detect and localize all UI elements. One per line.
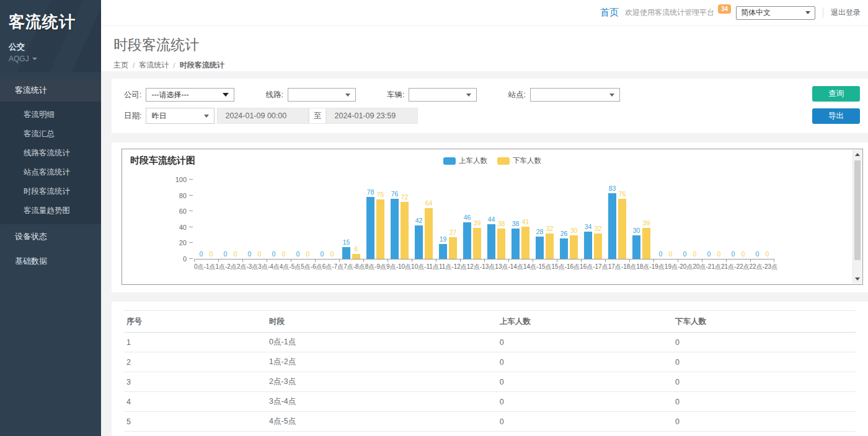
bar-value-label: 44 (488, 216, 495, 223)
x-axis-label: 7点-8点 (343, 263, 365, 271)
language-select[interactable]: 简体中文 (736, 6, 815, 20)
table-cell: 0 (673, 333, 856, 352)
table-cell: 2 (124, 352, 267, 372)
legend-item[interactable]: 下车人数 (497, 156, 541, 165)
content-area: 公司: ---请选择--- 线路: 车辆: 站点: (101, 71, 868, 436)
vehicle-select[interactable] (409, 88, 477, 102)
legend-item[interactable]: 上车人数 (443, 156, 487, 165)
chart-category-slot: 00 (702, 180, 726, 259)
company-select[interactable]: ---请选择--- (146, 88, 234, 102)
y-axis-label: 100 (166, 176, 187, 183)
line-select[interactable] (288, 88, 356, 102)
sidebar-subitem[interactable]: 客流汇总 (0, 124, 101, 144)
station-select[interactable] (530, 88, 620, 102)
sidebar-item-passenger-stats[interactable]: 客流统计 (0, 79, 101, 102)
chevron-down-icon (204, 115, 209, 118)
scroll-up-icon[interactable] (853, 150, 862, 159)
bar-group: 64 (425, 180, 433, 259)
page-header: 时段客流统计 主页 / 客流统计 / 时段客流统计 (101, 26, 868, 71)
sidebar-subitem[interactable]: 站点客流统计 (0, 163, 101, 182)
table-row: 32点-3点00 (124, 372, 856, 392)
bar (487, 224, 495, 259)
x-axis-label: 0点-1点 (194, 263, 215, 271)
sidebar-subitem[interactable]: 客流量趋势图 (0, 201, 101, 220)
bar-group: 39 (473, 180, 481, 259)
sidebar-subitem[interactable]: 客流明细 (0, 105, 101, 124)
chart-box: 时段车流统计图 上车人数下车人数 00000000000015678757672… (122, 149, 863, 285)
chart-scrollbar[interactable] (852, 150, 862, 284)
x-axis-label: 22点-23点 (750, 263, 778, 271)
breadcrumb: 主页 / 客流统计 / 时段客流统计 (113, 60, 868, 71)
table-row: 43点-4点00 (124, 392, 856, 412)
bar-value-label: 0 (756, 250, 760, 258)
topbar: 首页 欢迎使用客流统计管理平台 34 简体中文 退出登录 (101, 0, 868, 26)
legend-label: 上车人数 (459, 156, 487, 165)
chart-category-slot: 3039 (629, 180, 653, 259)
chart-legend: 上车人数下车人数 (122, 156, 862, 165)
vehicle-label: 车辆: (387, 90, 404, 100)
table-body: 10点-1点0021点-2点0032点-3点0043点-4点0054点-5点00… (124, 333, 856, 436)
bar-group: 0 (729, 180, 737, 259)
x-axis-label: 10点-11点 (411, 263, 439, 271)
bar-group: 26 (560, 180, 568, 259)
bar-group: 0 (739, 180, 747, 259)
bar-value-label: 0 (272, 250, 276, 258)
bar (536, 237, 544, 259)
home-link[interactable]: 首页 (600, 7, 619, 19)
date-end-input[interactable]: 2024-01-09 23:59 (326, 108, 418, 124)
bar-value-label: 0 (693, 250, 697, 258)
bar (584, 232, 592, 259)
y-axis-tick (189, 227, 193, 227)
bar (415, 225, 423, 259)
logout-link[interactable]: 退出登录 (823, 7, 861, 18)
bar-group: 6 (352, 180, 360, 259)
breadcrumb-passenger-stats[interactable]: 客流统计 (139, 60, 169, 71)
language-select-value: 简体中文 (741, 7, 771, 18)
x-axis-label: 6点-7点 (322, 263, 343, 271)
bar (376, 199, 384, 259)
x-axis-label: 19点-20点 (665, 263, 693, 271)
bar-value-label: 46 (464, 214, 471, 221)
x-axis-label: 14点-15点 (523, 263, 552, 271)
chevron-down-icon (32, 58, 37, 60)
date-start-input[interactable]: 2024-01-09 00:00 (217, 108, 309, 124)
bar-value-label: 39 (474, 219, 481, 227)
chart-category-slot: 00 (678, 180, 702, 259)
search-button[interactable]: 查询 (812, 86, 860, 102)
sidebar-subitem[interactable]: 线路客流统计 (0, 144, 101, 163)
bar-group: 30 (570, 180, 578, 259)
table-panel: 序号时段上车人数下车人数 10点-1点0021点-2点0032点-3点0043点… (112, 302, 868, 436)
table-cell: 1点-2点 (267, 352, 497, 372)
company-label: 公司: (124, 90, 141, 100)
breadcrumb-home[interactable]: 主页 (113, 60, 128, 71)
org-code-dropdown[interactable]: AQGJ (9, 54, 92, 63)
sidebar-subitem[interactable]: 时段客流统计 (0, 182, 101, 201)
stats-table: 序号时段上车人数下车人数 10点-1点0021点-2点0032点-3点0043点… (124, 310, 856, 436)
scrollbar-thumb[interactable] (854, 160, 861, 260)
bar-group: 28 (536, 180, 544, 259)
y-axis-tick (189, 242, 193, 243)
bar-group: 0 (270, 180, 278, 259)
bar-value-label: 0 (717, 250, 721, 258)
bar-group: 0 (231, 180, 239, 259)
bar-value-label: 15 (343, 238, 350, 246)
export-button[interactable]: 导出 (812, 108, 860, 124)
x-axis-label: 20点-21点 (693, 263, 721, 271)
chevron-down-icon (223, 93, 229, 97)
sidebar-item-device-status[interactable]: 设备状态 (0, 224, 101, 249)
scroll-down-icon[interactable] (853, 274, 862, 284)
date-preset-select[interactable]: 昨日 (146, 108, 215, 124)
bar-value-label: 30 (570, 227, 578, 234)
bar-value-label: 41 (522, 218, 529, 225)
y-axis-label: 40 (166, 224, 187, 231)
bar (642, 228, 650, 259)
chart-category-slot: 2832 (533, 180, 557, 259)
table-cell: 0 (673, 392, 856, 412)
bar (512, 229, 520, 259)
sidebar-item-base-data[interactable]: 基础数据 (0, 249, 101, 274)
bar-value-label: 76 (619, 190, 626, 198)
bar (608, 193, 616, 259)
bar-group: 34 (584, 180, 592, 259)
org-name: 公交 (9, 41, 92, 53)
bar (497, 229, 505, 259)
